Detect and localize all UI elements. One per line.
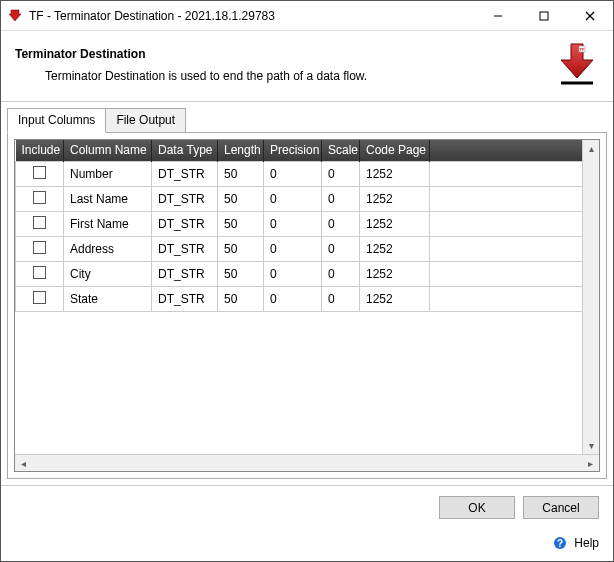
table-row[interactable]: StateDT_STR50001252 (16, 287, 599, 312)
tab-bar: Input Columns File Output (1, 102, 613, 133)
cell-dtype[interactable]: DT_STR (152, 212, 218, 237)
cell-scale[interactable]: 0 (322, 187, 360, 212)
footer-buttons: OK Cancel (1, 485, 613, 529)
grid-header: Include Column Name Data Type Length Pre… (16, 140, 599, 162)
maximize-button[interactable] (521, 1, 567, 30)
checkbox-icon[interactable] (33, 266, 46, 279)
cell-spacer (430, 212, 599, 237)
cell-dtype[interactable]: DT_STR (152, 162, 218, 187)
checkbox-icon[interactable] (33, 191, 46, 204)
table-row[interactable]: First NameDT_STR50001252 (16, 212, 599, 237)
header-text: Terminator Destination Terminator Destin… (15, 41, 555, 83)
cell-length[interactable]: 50 (218, 162, 264, 187)
col-scale[interactable]: Scale (322, 140, 360, 162)
cell-length[interactable]: 50 (218, 187, 264, 212)
grid-body: NumberDT_STR50001252Last NameDT_STR50001… (16, 162, 599, 312)
cell-spacer (430, 162, 599, 187)
cell-include[interactable] (16, 237, 64, 262)
cell-codepage[interactable]: 1252 (360, 237, 430, 262)
cell-codepage[interactable]: 1252 (360, 287, 430, 312)
footer-help: ? Help (1, 529, 613, 561)
cell-codepage[interactable]: 1252 (360, 212, 430, 237)
cell-codepage[interactable]: 1252 (360, 187, 430, 212)
checkbox-icon[interactable] (33, 291, 46, 304)
help-link[interactable]: Help (574, 536, 599, 550)
cell-include[interactable] (16, 262, 64, 287)
col-length[interactable]: Length (218, 140, 264, 162)
header: Terminator Destination Terminator Destin… (1, 31, 613, 101)
tab-input-columns[interactable]: Input Columns (7, 108, 106, 133)
col-spacer (430, 140, 599, 162)
table-row[interactable]: NumberDT_STR50001252 (16, 162, 599, 187)
cell-dtype[interactable]: DT_STR (152, 237, 218, 262)
col-dtype[interactable]: Data Type (152, 140, 218, 162)
table-row[interactable]: AddressDT_STR50001252 (16, 237, 599, 262)
cell-precision[interactable]: 0 (264, 262, 322, 287)
cell-scale[interactable]: 0 (322, 287, 360, 312)
cell-name[interactable]: City (64, 262, 152, 287)
cell-length[interactable]: 50 (218, 237, 264, 262)
cell-length[interactable]: 50 (218, 262, 264, 287)
horizontal-scrollbar[interactable]: ◂ ▸ (15, 454, 599, 471)
cell-precision[interactable]: 0 (264, 212, 322, 237)
table-row[interactable]: CityDT_STR50001252 (16, 262, 599, 287)
table-row[interactable]: Last NameDT_STR50001252 (16, 187, 599, 212)
cell-precision[interactable]: 0 (264, 287, 322, 312)
cell-include[interactable] (16, 162, 64, 187)
cell-precision[interactable]: 0 (264, 162, 322, 187)
cell-name[interactable]: Last Name (64, 187, 152, 212)
terminator-icon: TF (555, 41, 599, 87)
cell-precision[interactable]: 0 (264, 187, 322, 212)
grid-table: Include Column Name Data Type Length Pre… (15, 140, 599, 312)
close-button[interactable] (567, 1, 613, 30)
scroll-up-icon[interactable]: ▴ (583, 140, 599, 157)
window-buttons (475, 1, 613, 30)
ok-button[interactable]: OK (439, 496, 515, 519)
grid: Include Column Name Data Type Length Pre… (14, 139, 600, 472)
checkbox-icon[interactable] (33, 166, 46, 179)
cell-scale[interactable]: 0 (322, 212, 360, 237)
cell-name[interactable]: First Name (64, 212, 152, 237)
tab-file-output[interactable]: File Output (105, 108, 186, 133)
cell-include[interactable] (16, 212, 64, 237)
cancel-button[interactable]: Cancel (523, 496, 599, 519)
cell-precision[interactable]: 0 (264, 237, 322, 262)
cell-scale[interactable]: 0 (322, 162, 360, 187)
minimize-button[interactable] (475, 1, 521, 30)
app-icon (7, 8, 23, 24)
col-codepage[interactable]: Code Page (360, 140, 430, 162)
checkbox-icon[interactable] (33, 216, 46, 229)
tab-content: Include Column Name Data Type Length Pre… (7, 132, 607, 479)
cell-codepage[interactable]: 1252 (360, 262, 430, 287)
scroll-down-icon[interactable]: ▾ (583, 437, 599, 454)
cell-name[interactable]: Address (64, 237, 152, 262)
cell-include[interactable] (16, 287, 64, 312)
help-icon[interactable]: ? (552, 535, 568, 551)
col-include[interactable]: Include (16, 140, 64, 162)
vertical-scrollbar[interactable]: ▴ ▾ (582, 140, 599, 454)
cell-spacer (430, 262, 599, 287)
cell-dtype[interactable]: DT_STR (152, 262, 218, 287)
cell-dtype[interactable]: DT_STR (152, 187, 218, 212)
grid-scroll: Include Column Name Data Type Length Pre… (15, 140, 599, 454)
col-precision[interactable]: Precision (264, 140, 322, 162)
cell-scale[interactable]: 0 (322, 262, 360, 287)
cell-length[interactable]: 50 (218, 212, 264, 237)
col-name[interactable]: Column Name (64, 140, 152, 162)
svg-rect-1 (540, 12, 548, 20)
cell-name[interactable]: Number (64, 162, 152, 187)
checkbox-icon[interactable] (33, 241, 46, 254)
scroll-right-icon[interactable]: ▸ (582, 455, 599, 471)
cell-name[interactable]: State (64, 287, 152, 312)
page-description: Terminator Destination is used to end th… (45, 69, 555, 83)
cell-include[interactable] (16, 187, 64, 212)
cell-codepage[interactable]: 1252 (360, 162, 430, 187)
cell-dtype[interactable]: DT_STR (152, 287, 218, 312)
hscroll-track[interactable] (32, 455, 582, 471)
titlebar: TF - Terminator Destination - 2021.18.1.… (1, 1, 613, 31)
cell-length[interactable]: 50 (218, 287, 264, 312)
window-title: TF - Terminator Destination - 2021.18.1.… (29, 9, 475, 23)
scroll-left-icon[interactable]: ◂ (15, 455, 32, 471)
cell-scale[interactable]: 0 (322, 237, 360, 262)
window: TF - Terminator Destination - 2021.18.1.… (0, 0, 614, 562)
